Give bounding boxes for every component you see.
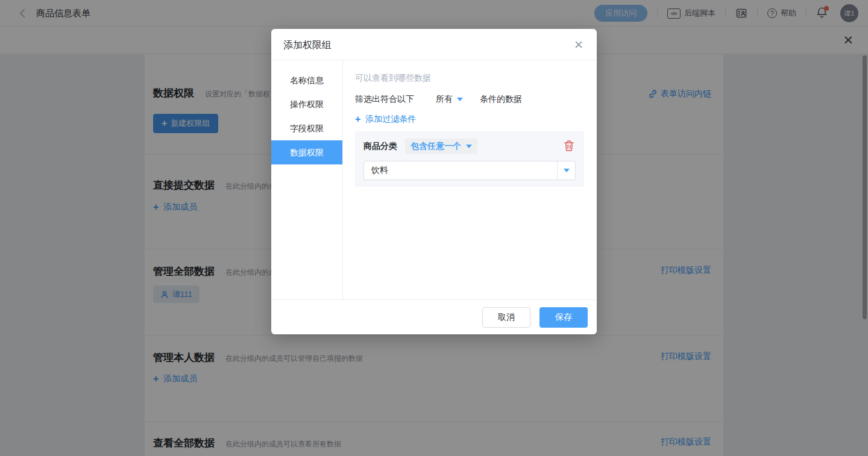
delete-condition-icon[interactable]: [564, 140, 574, 152]
filter-condition-card: 商品分类 包含任意一个 饮料: [355, 131, 584, 187]
caret-down-icon: [457, 98, 463, 101]
app-root: 商品信息表单 应用访问 </> 后端脚本 ? 帮助: [0, 0, 868, 456]
tab-name-info[interactable]: 名称信息: [271, 68, 342, 92]
operator-dropdown[interactable]: 包含任意一个: [405, 139, 477, 154]
modal-title: 添加权限组: [283, 39, 332, 52]
select-caret-button[interactable]: [557, 161, 575, 180]
modal-content: 可以查看到哪些数据 筛选出符合以下 所有 条件的数据 + 添加过滤条件 商品分类: [343, 60, 597, 299]
condition-field-label: 商品分类: [363, 141, 397, 152]
tab-operation-permission[interactable]: 操作权限: [271, 92, 342, 116]
modal-header: 添加权限组 ✕: [271, 29, 597, 60]
add-permission-group-modal: 添加权限组 ✕ 名称信息 操作权限 字段权限 数据权限 可以查看到哪些数据 筛选…: [271, 29, 597, 334]
operator-value: 包含任意一个: [410, 141, 461, 152]
tab-field-permission[interactable]: 字段权限: [271, 116, 342, 140]
condition-value-select[interactable]: 饮料: [363, 161, 576, 180]
close-icon[interactable]: ✕: [574, 38, 583, 52]
caret-down-icon: [466, 145, 472, 148]
modal-body: 名称信息 操作权限 字段权限 数据权限 可以查看到哪些数据 筛选出符合以下 所有…: [271, 60, 597, 299]
add-filter-link[interactable]: + 添加过滤条件: [355, 114, 585, 125]
condition-value: 饮料: [364, 165, 557, 176]
caret-down-icon: [564, 169, 570, 172]
data-scope-hint: 可以查看到哪些数据: [355, 73, 585, 84]
filter-suffix: 条件的数据: [480, 94, 522, 105]
filter-sentence: 筛选出符合以下 所有 条件的数据: [355, 94, 585, 105]
tab-data-permission[interactable]: 数据权限: [271, 140, 342, 164]
match-mode-dropdown[interactable]: 所有: [436, 94, 463, 105]
plus-icon: +: [355, 114, 360, 125]
cancel-button[interactable]: 取消: [482, 307, 530, 328]
modal-footer: 取消 保存: [271, 299, 597, 334]
save-button[interactable]: 保存: [539, 307, 588, 328]
add-filter-label: 添加过滤条件: [365, 114, 416, 125]
modal-tab-list: 名称信息 操作权限 字段权限 数据权限: [271, 60, 343, 299]
match-mode-value: 所有: [436, 94, 453, 105]
filter-prefix: 筛选出符合以下: [355, 94, 414, 105]
